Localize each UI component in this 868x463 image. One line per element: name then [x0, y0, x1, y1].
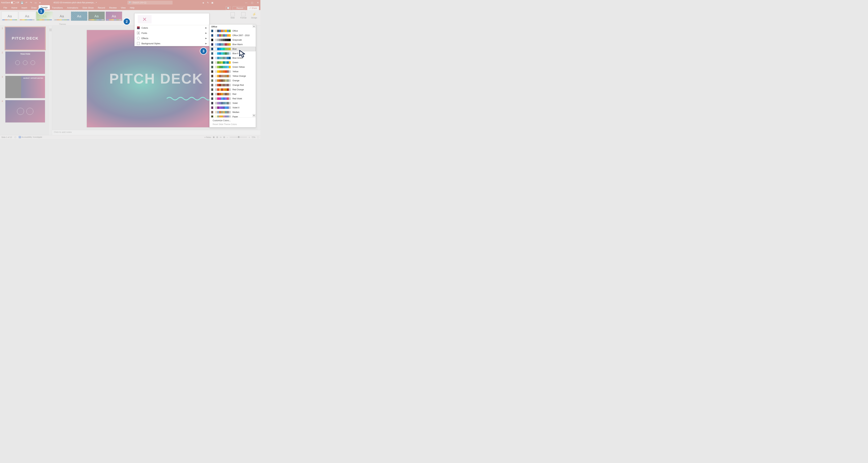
zoom-level[interactable]: 72% — [252, 136, 255, 138]
tab-slideshow[interactable]: Slide Show — [80, 5, 96, 10]
theme-thumb[interactable]: Aa — [105, 11, 122, 21]
statusbar: Slide 1 of 12 ▢ ♿ Accessibility: Investi… — [0, 135, 260, 139]
slideshow-view-icon[interactable]: ▤ — [223, 136, 225, 138]
color-scheme-blue-green[interactable]: Blue Green — [210, 56, 256, 60]
mic-icon[interactable]: ✎ — [206, 1, 209, 4]
tab-view[interactable]: View — [119, 5, 128, 10]
menu-item-effects[interactable]: Effects▶ — [134, 36, 209, 41]
colors-icon — [137, 26, 140, 29]
color-scheme-office-2007---2010[interactable]: Office 2007 - 2010 — [210, 33, 256, 38]
color-scheme-blue[interactable]: Blue — [210, 47, 256, 51]
design-ideas-button[interactable]: ⚡Design — [249, 11, 259, 25]
fit-to-window-button[interactable]: ⛶ — [257, 136, 259, 138]
tab-file[interactable]: File — [1, 5, 9, 10]
slide-thumb-4[interactable] — [5, 100, 45, 123]
theme-thumb[interactable]: Aa — [54, 11, 70, 21]
slide-counter[interactable]: Slide 1 of 12 — [1, 136, 12, 138]
color-scheme-yellow[interactable]: Yellow — [210, 69, 256, 74]
titlebar: AutoSave Off 💾 ↶ ↷ ▭ ▾ 40102-03-investor… — [0, 0, 260, 5]
menu-item-colors[interactable]: Colors▶ — [134, 25, 209, 30]
color-scheme-yellow-orange[interactable]: Yellow Orange — [210, 74, 256, 78]
variants-preview-row[interactable] — [134, 13, 209, 25]
zoom-in-button[interactable]: + — [249, 136, 250, 138]
customize-colors-button[interactable]: Customize Colors... — [210, 119, 256, 122]
color-scheme-grayscale[interactable]: Grayscale — [210, 38, 256, 42]
color-scheme-blue-warm[interactable]: Blue Warm — [210, 42, 256, 47]
main-slide-title: PITCH DECK — [109, 70, 203, 87]
color-scheme-median[interactable]: Median — [210, 110, 256, 115]
search-placeholder: Search (Alt+Q) — [132, 1, 146, 4]
notes-button[interactable]: ≡ Notes — [205, 136, 211, 138]
search-icon: 🔍 — [129, 1, 131, 4]
themes-group-label: Themes — [59, 23, 66, 25]
color-scheme-red-orange[interactable]: Red Orange — [210, 87, 256, 92]
share-button[interactable]: ↗Share — [247, 6, 259, 10]
thumbnails-scrollbar[interactable] — [49, 26, 52, 135]
menu-item-fonts[interactable]: AFonts▶ — [134, 30, 209, 36]
comments-button[interactable]: 💬 — [226, 6, 230, 10]
format-background-button[interactable]: Format — [239, 11, 248, 25]
slide-number: 4 — [2, 100, 4, 123]
fonts-icon: A — [137, 32, 140, 34]
color-scheme-red-violet[interactable]: Red Violet — [210, 96, 256, 101]
scroll-up-button[interactable]: ▲ — [253, 25, 255, 28]
slide-size-button[interactable]: Slide — [228, 11, 238, 25]
save-icon[interactable]: 💾 — [21, 1, 24, 4]
undo-icon[interactable]: ↶ — [25, 1, 28, 4]
zoom-slider[interactable] — [230, 137, 247, 137]
minimize-button[interactable]: — — [245, 1, 248, 4]
menu-item-background-styles[interactable]: Background Styles▶ — [134, 41, 209, 46]
tab-insert[interactable]: Insert — [20, 5, 29, 10]
accessibility-status[interactable]: ♿ Accessibility: Investigate — [19, 136, 42, 138]
theme-thumb[interactable]: Aa — [1, 11, 18, 21]
callout-1: 1 — [38, 8, 44, 14]
color-scheme-red[interactable]: Red — [210, 92, 256, 96]
color-scheme-office[interactable]: Office — [210, 29, 256, 33]
zoom-out-button[interactable]: − — [227, 136, 228, 138]
tab-transitions[interactable]: Transitions — [50, 5, 65, 10]
redo-icon[interactable]: ↷ — [30, 1, 33, 4]
tab-animations[interactable]: Animations — [65, 5, 80, 10]
variant-thumb[interactable] — [138, 15, 152, 24]
color-scheme-paper[interactable]: Paper — [210, 115, 256, 117]
tab-record[interactable]: Record — [96, 5, 107, 10]
color-scheme-orange[interactable]: Orange — [210, 78, 256, 83]
qat-dropdown-icon[interactable]: ▾ — [38, 1, 42, 4]
slide-thumb-2[interactable]: TRACTION — [5, 52, 45, 74]
color-scheme-green-yellow[interactable]: Green Yellow — [210, 65, 256, 69]
color-scheme-orange-red[interactable]: Orange Red — [210, 83, 256, 87]
theme-thumb[interactable]: Aa — [19, 11, 35, 21]
sorter-view-icon[interactable]: ▥ — [216, 136, 218, 138]
slide-thumb-3[interactable]: MARKET OPPORTUNITIES — [5, 76, 45, 98]
color-scheme-violet[interactable]: Violet — [210, 101, 256, 105]
presentation-views-icon[interactable]: ▢ — [14, 136, 16, 138]
color-scheme-green[interactable]: Green — [210, 60, 256, 65]
notes-pane[interactable]: Click to add notes — [52, 130, 260, 135]
close-button[interactable]: ✕ — [256, 1, 259, 4]
color-scheme-violet-ii[interactable]: Violet II — [210, 105, 256, 110]
search-input[interactable]: 🔍 Search (Alt+Q) — [127, 1, 173, 4]
tab-home[interactable]: Home — [9, 5, 20, 10]
normal-view-icon[interactable]: ▦ — [213, 136, 215, 138]
window-mode-icon[interactable]: ▣ — [211, 1, 214, 4]
callout-3: 3 — [200, 48, 207, 54]
diamond-icon[interactable]: ◈ — [202, 1, 205, 4]
tab-draw[interactable]: Draw — [29, 5, 38, 10]
tab-review[interactable]: Review — [107, 5, 119, 10]
record-button[interactable]: ●Record — [232, 6, 245, 10]
editor-scrollbar[interactable] — [258, 26, 260, 130]
reading-view-icon[interactable]: ▭ — [220, 136, 221, 138]
maximize-button[interactable]: ▢ — [251, 1, 253, 4]
color-scheme-blue-ii[interactable]: Blue II — [210, 51, 256, 56]
theme-thumb[interactable]: Aa — [88, 11, 105, 21]
slide-thumb-1[interactable]: PITCH DECK — [5, 27, 45, 50]
autosave-pill[interactable] — [11, 1, 16, 4]
theme-thumb[interactable]: Aa — [71, 11, 88, 21]
tab-help[interactable]: Help — [128, 5, 136, 10]
from-beginning-icon[interactable]: ▭ — [34, 1, 37, 4]
autosave-toggle[interactable]: AutoSave Off — [1, 1, 19, 4]
scroll-down-button[interactable]: ▼ — [253, 114, 255, 117]
slide-thumbnails-pane[interactable]: 1PITCH DECK 2TRACTION 3MARKET OPPORTUNIT… — [0, 26, 52, 135]
format-bg-icon — [241, 12, 245, 16]
callout-2: 2 — [124, 19, 130, 25]
